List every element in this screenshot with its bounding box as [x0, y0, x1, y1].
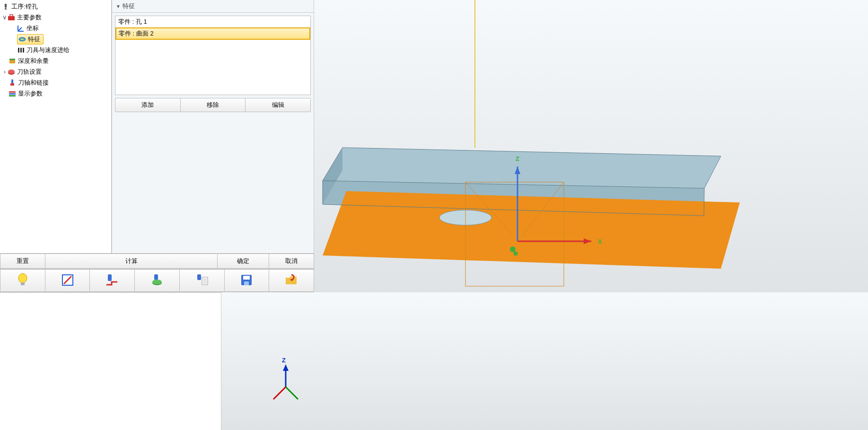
feature-section-header[interactable]: ▼ 特征	[112, 0, 314, 13]
svg-point-16	[21, 38, 24, 40]
feature-list[interactable]: 零件 : 孔 1 零件 : 曲面 2	[115, 16, 311, 95]
feature-item-selected[interactable]: 零件 : 曲面 2	[115, 27, 310, 40]
toolpath-list-button[interactable]	[179, 269, 225, 292]
svg-text:Z: Z	[282, 357, 286, 364]
feature-header-label: 特征	[123, 2, 135, 10]
ok-button[interactable]: 确定	[217, 254, 269, 269]
link-icon	[9, 79, 16, 87]
toolpath-preview-icon	[105, 273, 119, 288]
toolpath-db-button[interactable]	[134, 269, 180, 292]
svg-rect-32	[154, 274, 158, 280]
svg-rect-14	[10, 15, 13, 17]
save-icon	[240, 274, 253, 288]
svg-point-34	[152, 280, 162, 284]
svg-rect-41	[243, 276, 250, 280]
toolpath-list-icon	[195, 273, 209, 288]
svg-rect-20	[9, 60, 15, 63]
svg-rect-11	[5, 4, 7, 8]
svg-rect-21	[9, 59, 15, 60]
tree-main-params[interactable]: ∨ 主要参数	[0, 12, 111, 23]
toolpath-icon	[8, 68, 15, 76]
tree-toolpath-settings[interactable]: › 刀轨设置	[0, 66, 111, 77]
svg-rect-29	[21, 282, 25, 285]
tree-tool-feed[interactable]: 刀具与速度进给	[0, 44, 111, 55]
feature-item-label: 零件 : 曲面 2	[119, 30, 154, 37]
remove-button[interactable]: 移除	[180, 98, 246, 112]
svg-point-4	[510, 246, 516, 252]
svg-point-28	[18, 273, 27, 283]
save-button[interactable]	[224, 269, 270, 292]
note-button[interactable]	[45, 269, 90, 292]
axis-x-label: X	[598, 238, 602, 245]
feature-actions: 添加 移除 编辑	[115, 98, 311, 112]
axis-z-label: Z	[516, 155, 519, 162]
svg-rect-18	[20, 48, 22, 53]
collapse-icon[interactable]: ∨	[2, 14, 8, 21]
collapse-triangle-icon: ▼	[116, 4, 121, 9]
open-button[interactable]	[269, 269, 314, 292]
cancel-button[interactable]: 取消	[269, 254, 314, 269]
calculate-button[interactable]: 计算	[45, 254, 218, 269]
svg-rect-35	[197, 274, 201, 280]
feature-item-label: 零件 : 孔 1	[118, 18, 147, 25]
svg-line-9	[273, 387, 286, 399]
svg-marker-12	[4, 8, 7, 9]
operation-tree-panel: 工序:镗孔 ∨ 主要参数 坐标 特征	[0, 0, 112, 253]
bulb-icon	[17, 273, 29, 289]
feature-panel: ▼ 特征 零件 : 孔 1 零件 : 曲面 2 添加 移除 编辑	[112, 0, 314, 292]
svg-rect-31	[108, 274, 112, 281]
toolpath-preview-button[interactable]	[89, 269, 135, 292]
display-icon	[9, 90, 16, 97]
edit-button[interactable]: 编辑	[245, 98, 311, 112]
axis-icon	[17, 25, 25, 32]
tool-icon-row	[0, 269, 314, 292]
svg-rect-25	[9, 91, 16, 93]
tree-root[interactable]: 工序:镗孔	[0, 1, 111, 12]
tree-coord[interactable]: 坐标	[0, 23, 111, 34]
svg-rect-42	[244, 281, 249, 285]
feature-icon	[18, 35, 26, 43]
selected-surface[interactable]	[323, 191, 740, 269]
toolbox-icon	[8, 14, 15, 21]
hint-button[interactable]	[0, 269, 45, 292]
reset-button[interactable]: 重置	[0, 254, 45, 269]
bottom-status-area	[0, 292, 221, 430]
svg-rect-19	[23, 48, 24, 53]
dialog-button-row: 重置 计算 确定 取消	[0, 253, 314, 269]
pin-icon	[2, 3, 9, 10]
add-button[interactable]: 添加	[115, 98, 181, 112]
note-icon	[61, 273, 74, 288]
svg-rect-26	[9, 93, 16, 95]
svg-marker-8	[283, 364, 289, 371]
viewport-3d-upper[interactable]: Z X	[314, 0, 868, 292]
svg-line-10	[286, 387, 298, 399]
depth-icon	[9, 57, 16, 65]
orientation-indicator: Z	[273, 357, 298, 399]
viewport-3d-lower[interactable]: Z	[221, 292, 868, 430]
tree-feature[interactable]: 特征	[0, 34, 111, 44]
feature-item[interactable]: 零件 : 孔 1	[115, 16, 310, 27]
svg-point-23	[8, 70, 15, 73]
toolpath-db-icon	[150, 273, 164, 288]
open-folder-icon	[284, 274, 298, 288]
svg-rect-27	[9, 95, 16, 97]
svg-rect-17	[18, 48, 19, 53]
expand-icon[interactable]: ›	[2, 68, 8, 75]
svg-rect-5	[514, 252, 517, 255]
tree-depth[interactable]: 深度和余量	[0, 55, 111, 66]
tree-axis-link[interactable]: 刀轴和链接	[0, 77, 111, 88]
tree-display[interactable]: 显示参数	[0, 88, 111, 99]
svg-rect-24	[11, 79, 13, 83]
tool-icon	[17, 46, 25, 54]
operation-tree[interactable]: 工序:镗孔 ∨ 主要参数 坐标 特征	[0, 0, 111, 100]
